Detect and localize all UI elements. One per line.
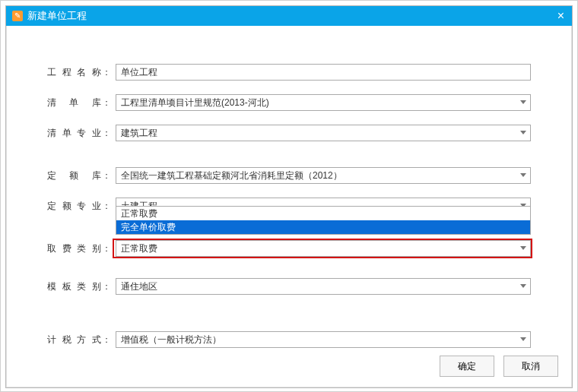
- dialog-footer: 确定 取消: [440, 356, 558, 377]
- tpl-type-combo[interactable]: 通住地区: [116, 278, 531, 295]
- row-qd-lib: 清 单 库 ： 工程里清单顷目计里规范(2013-河北): [47, 94, 531, 111]
- dialog-body: 工程名称 ： 清 单 库 ： 工程里清单顷目计里规范(2013-河北) 清单专业…: [6, 26, 572, 348]
- row-project-name: 工程名称 ：: [47, 64, 531, 81]
- fee-type-dropdown: 正常取费 完全单价取费: [116, 206, 531, 235]
- qd-lib-combo[interactable]: 工程里清单顷目计里规范(2013-河北): [116, 94, 531, 111]
- label-de-spec: 定额专业: [47, 200, 102, 213]
- project-name-input[interactable]: [116, 64, 531, 81]
- row-tax-method: 计税方式 ： 增值税（一般计税方法）: [47, 331, 531, 348]
- dropdown-option-selected[interactable]: 完全单价取费: [116, 220, 530, 234]
- chevron-down-icon: [520, 337, 526, 341]
- label-tpl-type: 模板类别: [47, 280, 102, 293]
- label-qd-spec: 清单专业: [47, 127, 102, 140]
- window-frame: ✎ 新建单位工程 × 工程名称 ： 清 单 库 ： 工程里清单顷目计里规范(20…: [0, 0, 578, 392]
- qd-spec-combo[interactable]: 建筑工程: [116, 125, 531, 141]
- close-icon[interactable]: ×: [557, 9, 564, 23]
- app-icon: ✎: [12, 11, 23, 21]
- dialog: ✎ 新建单位工程 × 工程名称 ： 清 单 库 ： 工程里清单顷目计里规范(20…: [5, 5, 573, 388]
- chevron-down-icon: [520, 173, 526, 177]
- cancel-button[interactable]: 取消: [503, 356, 558, 377]
- dialog-title: 新建单位工程: [27, 9, 87, 23]
- label-de-lib: 定 额 库: [47, 169, 102, 182]
- label-project-name: 工程名称: [47, 66, 102, 79]
- fee-type-combo[interactable]: 正常取费: [116, 240, 531, 257]
- titlebar: ✎ 新建单位工程 ×: [6, 6, 572, 26]
- chevron-down-icon: [520, 100, 526, 104]
- label-fee-type: 取费类别: [47, 242, 102, 255]
- dropdown-option[interactable]: 正常取费: [116, 207, 530, 220]
- label-tax-method: 计税方式: [47, 334, 102, 346]
- row-fee-type: 取费类别 ： 正常取费: [47, 240, 531, 257]
- chevron-down-icon: [520, 131, 526, 134]
- chevron-down-icon: [520, 284, 526, 288]
- label-qd-lib: 清 单 库: [47, 96, 102, 109]
- tax-method-combo[interactable]: 增值税（一般计税方法）: [116, 331, 531, 348]
- dropdown-list: 正常取费 完全单价取费: [116, 206, 531, 235]
- chevron-down-icon: [520, 246, 526, 250]
- ok-button[interactable]: 确定: [440, 356, 494, 377]
- row-de-lib: 定 额 库 ： 全国统一建筑工程基础定额河北省消耗里定额（2012）: [47, 167, 531, 184]
- de-lib-combo[interactable]: 全国统一建筑工程基础定额河北省消耗里定额（2012）: [116, 167, 531, 184]
- row-qd-spec: 清单专业 ： 建筑工程: [47, 125, 531, 141]
- row-tpl-type: 模板类别 ： 通住地区: [47, 278, 531, 295]
